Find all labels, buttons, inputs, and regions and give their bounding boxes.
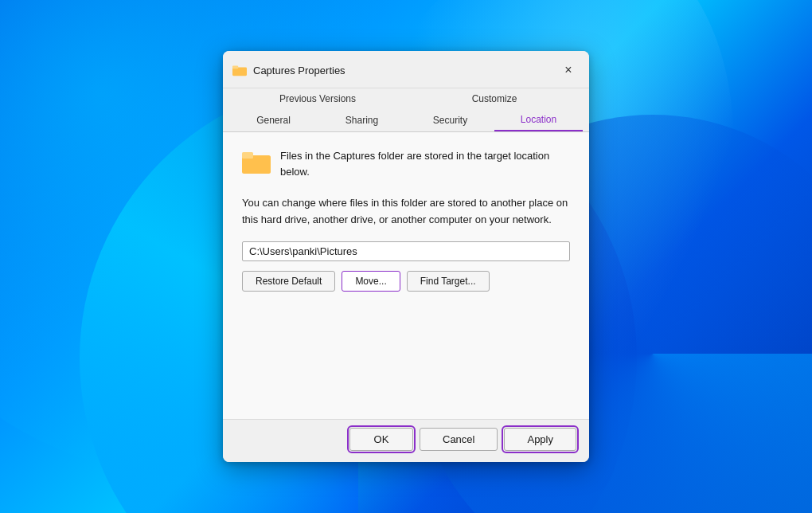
path-input[interactable]	[242, 241, 570, 261]
svg-rect-1	[232, 66, 238, 69]
cancel-button[interactable]: Cancel	[420, 428, 498, 451]
dialog-overlay: Captures Properties × Previous Versions …	[0, 0, 812, 513]
move-button[interactable]: Move...	[342, 271, 400, 292]
tab-location[interactable]: Location	[494, 109, 583, 131]
tab-security[interactable]: Security	[406, 109, 494, 131]
tabs-container: Previous Versions Customize General Shar…	[223, 88, 589, 132]
ok-button[interactable]: OK	[349, 428, 413, 451]
dialog-content: Files in the Captures folder are stored …	[223, 132, 589, 419]
close-button[interactable]: ×	[557, 59, 580, 81]
tab-sharing[interactable]: Sharing	[318, 109, 406, 131]
find-target-button[interactable]: Find Target...	[407, 271, 490, 292]
svg-rect-3	[242, 152, 253, 159]
apply-button[interactable]: Apply	[504, 428, 576, 451]
change-info-text: You can change where files in this folde…	[242, 195, 570, 229]
tabs-row-2: General Sharing Security Location	[223, 109, 589, 131]
folder-info-section: Files in the Captures folder are stored …	[242, 148, 570, 179]
properties-dialog: Captures Properties × Previous Versions …	[223, 51, 589, 462]
tab-general[interactable]: General	[229, 109, 318, 131]
tabs-row-1: Previous Versions Customize	[223, 88, 589, 109]
restore-default-button[interactable]: Restore Default	[242, 271, 335, 292]
action-buttons-row: Restore Default Move... Find Target...	[242, 271, 570, 292]
tab-customize[interactable]: Customize	[406, 88, 583, 109]
dialog-title: Captures Properties	[253, 65, 551, 76]
folder-icon-large	[242, 150, 271, 174]
folder-description-text: Files in the Captures folder are stored …	[280, 148, 570, 179]
title-bar: Captures Properties ×	[223, 51, 589, 88]
title-folder-icon	[232, 63, 247, 77]
dialog-footer: OK Cancel Apply	[223, 419, 589, 462]
tab-previous-versions[interactable]: Previous Versions	[229, 88, 406, 109]
